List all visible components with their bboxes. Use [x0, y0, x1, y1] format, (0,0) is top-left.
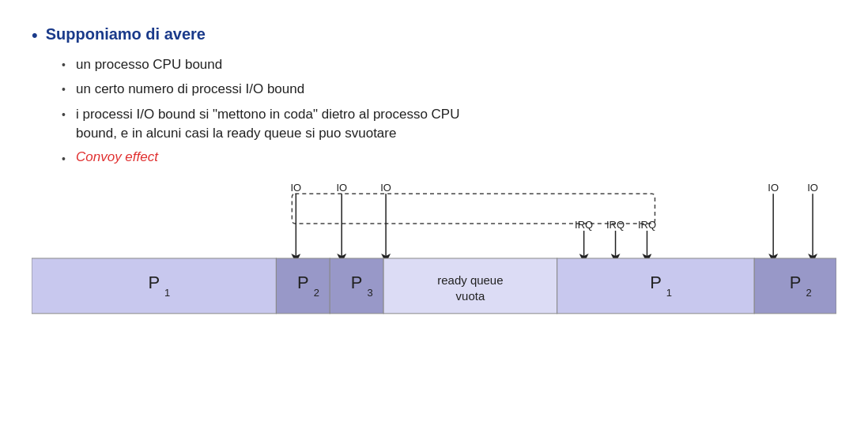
io-label-5: IO	[807, 182, 818, 194]
sub-bullet-convoy: • Convoy effect	[62, 149, 836, 165]
block-p3-sub: 3	[368, 287, 373, 299]
sub-dot-2: •	[62, 83, 68, 96]
dotted-arc-rect	[292, 194, 655, 224]
block-p3-label: P	[351, 273, 363, 292]
sub-text-1: un processo CPU bound	[76, 55, 222, 74]
ready-queue-label: ready queue	[437, 273, 503, 287]
sub-bullet-3: • i processi I/O bound si "mettono in co…	[62, 105, 836, 143]
diagram-svg: IO IO IO IRQ IRQ IRQ IO IO	[32, 179, 836, 322]
sub-text-2: un certo numero di processi I/O bound	[76, 80, 304, 99]
main-bullet-dot: •	[32, 24, 38, 47]
io-label-1: IO	[290, 182, 301, 194]
block-p1-sub: 1	[164, 287, 170, 299]
block-p2-sub: 2	[314, 287, 319, 299]
ready-queue-label2: vuota	[456, 289, 485, 303]
block-p1-2-label: P	[650, 273, 662, 292]
convoy-diagram: IO IO IO IRQ IRQ IRQ IO IO	[32, 179, 836, 322]
sub-bullets-list: • un processo CPU bound • un certo numer…	[62, 55, 836, 165]
sub-dot-1: •	[62, 58, 68, 71]
irq-label-2: IRQ	[606, 219, 625, 231]
irq-label-3: IRQ	[638, 219, 656, 231]
sub-bullet-1: • un processo CPU bound	[62, 55, 836, 74]
io-label-3: IO	[380, 182, 391, 194]
io-label-4: IO	[768, 182, 779, 194]
irq-label-1: IRQ	[575, 219, 593, 231]
block-p1-2-sub: 1	[666, 287, 672, 299]
block-p2-label: P	[297, 273, 309, 292]
block-p1-label: P	[148, 273, 160, 292]
convoy-label: Convoy effect	[76, 149, 158, 165]
sub-bullet-2: • un certo numero di processi I/O bound	[62, 80, 836, 99]
block-p2-2-sub: 2	[806, 287, 811, 299]
sub-dot-3: •	[62, 108, 68, 121]
main-bullet-item: • Supponiamo di avere	[32, 24, 836, 47]
sub-dot-convoy: •	[62, 152, 68, 165]
io-label-2: IO	[336, 182, 347, 194]
main-bullet-label: Supponiamo di avere	[46, 24, 206, 44]
main-content: • Supponiamo di avere • un processo CPU …	[32, 24, 836, 322]
block-p2-2-label: P	[790, 273, 802, 292]
sub-text-3: i processi I/O bound si "mettono in coda…	[76, 105, 459, 143]
